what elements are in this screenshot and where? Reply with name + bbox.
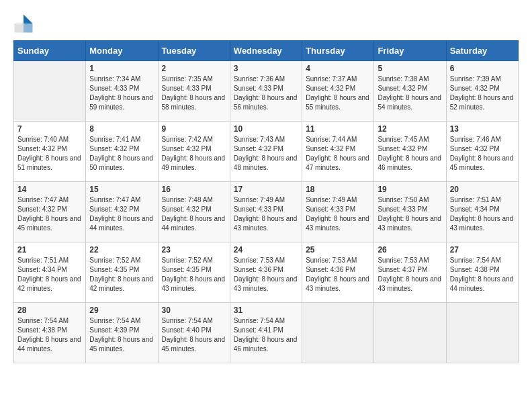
calendar-cell: 30Sunrise: 7:54 AMSunset: 4:40 PMDayligh… [158,303,230,363]
sunset-time: Sunset: 4:32 PM [378,144,442,154]
calendar-cell: 12Sunrise: 7:45 AMSunset: 4:32 PMDayligh… [374,122,446,182]
daylight-hours: Daylight: 8 hours and 56 minutes. [234,93,298,112]
daylight-hours: Daylight: 8 hours and 49 minutes. [162,154,226,173]
calendar-cell: 18Sunrise: 7:49 AMSunset: 4:33 PMDayligh… [302,182,374,242]
calendar-cell: 20Sunrise: 7:51 AMSunset: 4:34 PMDayligh… [446,182,518,242]
header-day-sunday: Sunday [14,41,86,61]
sunset-time: Sunset: 4:32 PM [306,84,370,93]
calendar-cell [302,303,374,363]
day-number: 11 [306,124,370,134]
sunrise-time: Sunrise: 7:37 AM [306,75,370,84]
sunrise-time: Sunrise: 7:41 AM [89,135,154,144]
calendar-cell: 2Sunrise: 7:35 AMSunset: 4:33 PMDaylight… [158,61,230,122]
svg-marker-1 [24,24,33,33]
sunrise-time: Sunrise: 7:50 AM [378,195,442,205]
calendar-week-0: 1Sunrise: 7:34 AMSunset: 4:33 PMDaylight… [14,61,519,122]
daylight-hours: Daylight: 8 hours and 45 minutes. [450,154,515,173]
sunrise-time: Sunrise: 7:49 AM [306,195,370,205]
calendar-cell: 9Sunrise: 7:42 AMSunset: 4:32 PMDaylight… [158,122,230,182]
daylight-hours: Daylight: 8 hours and 42 minutes. [17,275,82,293]
page-header [13,13,519,34]
day-number: 14 [17,185,82,194]
sunrise-time: Sunrise: 7:53 AM [234,256,298,265]
day-number: 29 [89,306,154,315]
cell-content: Sunrise: 7:38 AMSunset: 4:32 PMDaylight:… [378,75,442,112]
calendar-cell: 23Sunrise: 7:52 AMSunset: 4:35 PMDayligh… [158,242,230,303]
daylight-hours: Daylight: 8 hours and 44 minutes. [162,214,226,233]
cell-content: Sunrise: 7:45 AMSunset: 4:32 PMDaylight:… [378,135,442,173]
sunset-time: Sunset: 4:35 PM [162,265,226,275]
day-number: 9 [162,124,226,134]
calendar-week-4: 28Sunrise: 7:54 AMSunset: 4:38 PMDayligh… [14,303,519,363]
logo [13,13,35,34]
calendar-week-3: 21Sunrise: 7:51 AMSunset: 4:34 PMDayligh… [14,242,519,303]
day-number: 15 [89,185,154,194]
sunset-time: Sunset: 4:33 PM [162,84,226,93]
sunrise-time: Sunrise: 7:42 AM [162,135,226,144]
sunset-time: Sunset: 4:32 PM [162,144,226,154]
cell-content: Sunrise: 7:54 AMSunset: 4:38 PMDaylight:… [450,256,515,293]
sunset-time: Sunset: 4:32 PM [450,84,515,93]
header-day-friday: Friday [374,41,446,61]
sunrise-time: Sunrise: 7:36 AM [234,75,298,84]
sunrise-time: Sunrise: 7:39 AM [450,75,515,84]
sunset-time: Sunset: 4:32 PM [89,205,154,214]
calendar-cell: 24Sunrise: 7:53 AMSunset: 4:36 PMDayligh… [230,242,302,303]
cell-content: Sunrise: 7:51 AMSunset: 4:34 PMDaylight:… [450,195,515,233]
cell-content: Sunrise: 7:37 AMSunset: 4:32 PMDaylight:… [306,75,370,112]
day-number: 25 [306,245,370,255]
cell-content: Sunrise: 7:54 AMSunset: 4:38 PMDaylight:… [17,316,82,354]
day-number: 27 [450,245,515,255]
cell-content: Sunrise: 7:48 AMSunset: 4:32 PMDaylight:… [162,195,226,233]
calendar-table: SundayMondayTuesdayWednesdayThursdayFrid… [13,40,519,363]
cell-content: Sunrise: 7:35 AMSunset: 4:33 PMDaylight:… [162,75,226,112]
sunset-time: Sunset: 4:33 PM [234,205,298,214]
sunset-time: Sunset: 4:36 PM [306,265,370,275]
day-number: 2 [162,64,226,73]
cell-content: Sunrise: 7:41 AMSunset: 4:32 PMDaylight:… [89,135,154,173]
day-number: 1 [89,64,154,73]
cell-content: Sunrise: 7:44 AMSunset: 4:32 PMDaylight:… [306,135,370,173]
daylight-hours: Daylight: 8 hours and 50 minutes. [89,154,154,173]
daylight-hours: Daylight: 8 hours and 43 minutes. [234,214,298,233]
cell-content: Sunrise: 7:49 AMSunset: 4:33 PMDaylight:… [234,195,298,233]
daylight-hours: Daylight: 8 hours and 45 minutes. [17,214,82,233]
calendar-cell [374,303,446,363]
sunrise-time: Sunrise: 7:49 AM [234,195,298,205]
daylight-hours: Daylight: 8 hours and 43 minutes. [378,214,442,233]
sunrise-time: Sunrise: 7:53 AM [378,256,442,265]
day-number: 16 [162,185,226,194]
daylight-hours: Daylight: 8 hours and 43 minutes. [306,275,370,293]
day-number: 13 [450,124,515,134]
sunset-time: Sunset: 4:32 PM [89,144,154,154]
cell-content: Sunrise: 7:52 AMSunset: 4:35 PMDaylight:… [162,256,226,293]
svg-marker-2 [15,24,24,33]
calendar-cell: 7Sunrise: 7:40 AMSunset: 4:32 PMDaylight… [14,122,86,182]
cell-content: Sunrise: 7:50 AMSunset: 4:33 PMDaylight:… [378,195,442,233]
calendar-header-row: SundayMondayTuesdayWednesdayThursdayFrid… [14,41,519,61]
cell-content: Sunrise: 7:52 AMSunset: 4:35 PMDaylight:… [89,256,154,293]
day-number: 5 [378,64,442,73]
daylight-hours: Daylight: 8 hours and 55 minutes. [306,93,370,112]
daylight-hours: Daylight: 8 hours and 48 minutes. [234,154,298,173]
sunrise-time: Sunrise: 7:46 AM [450,135,515,144]
day-number: 31 [234,306,298,315]
sunset-time: Sunset: 4:32 PM [378,84,442,93]
calendar-cell: 8Sunrise: 7:41 AMSunset: 4:32 PMDaylight… [86,122,158,182]
daylight-hours: Daylight: 8 hours and 44 minutes. [450,275,515,293]
sunset-time: Sunset: 4:33 PM [378,205,442,214]
sunset-time: Sunset: 4:41 PM [234,326,298,335]
logo-icon [13,13,34,34]
sunrise-time: Sunrise: 7:38 AM [378,75,442,84]
cell-content: Sunrise: 7:53 AMSunset: 4:37 PMDaylight:… [378,256,442,293]
daylight-hours: Daylight: 8 hours and 59 minutes. [89,93,154,112]
header-day-saturday: Saturday [446,41,518,61]
day-number: 20 [450,185,515,194]
cell-content: Sunrise: 7:46 AMSunset: 4:32 PMDaylight:… [450,135,515,173]
calendar-cell: 5Sunrise: 7:38 AMSunset: 4:32 PMDaylight… [374,61,446,122]
daylight-hours: Daylight: 8 hours and 44 minutes. [89,214,154,233]
cell-content: Sunrise: 7:51 AMSunset: 4:34 PMDaylight:… [17,256,82,293]
sunrise-time: Sunrise: 7:40 AM [17,135,82,144]
header-day-tuesday: Tuesday [158,41,230,61]
sunrise-time: Sunrise: 7:52 AM [162,256,226,265]
